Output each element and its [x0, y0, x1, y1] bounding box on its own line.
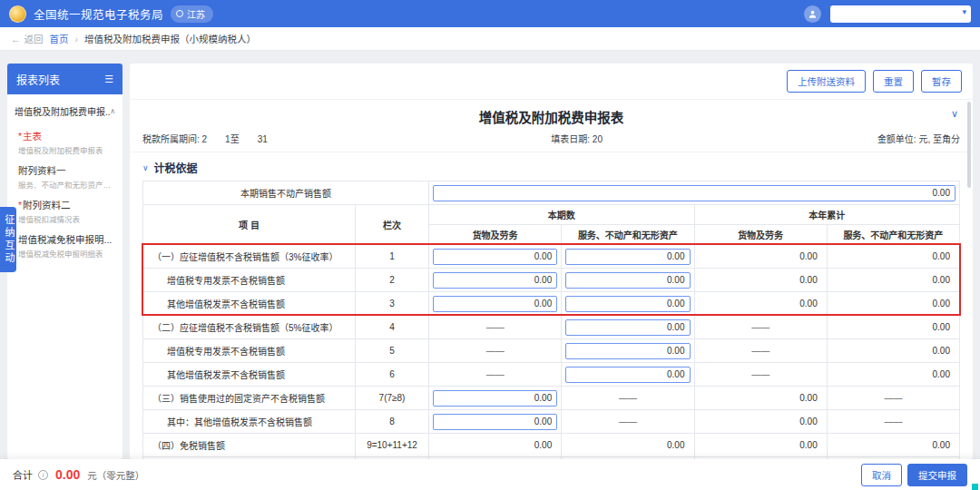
scrollbar-thumb[interactable] [967, 102, 971, 188]
report-list-sidebar: 报表列表 ☰ 增值税及附加税费申报... ∧ *主表增值税及附加税费申报表附列资… [7, 64, 122, 459]
amount-text: 0.00 [429, 434, 562, 457]
sidebar-item[interactable]: *附列资料二增值税扣减情况表 [7, 193, 122, 228]
back-link[interactable]: ← 返回 [11, 32, 44, 45]
amount-text: 0.00 [694, 387, 827, 410]
table-header-row-1: 项 目 栏次 本期数 本年累计 [143, 205, 960, 225]
section-tax-basis[interactable]: ∨ 计税依据 [130, 152, 973, 181]
amount-input[interactable] [565, 272, 690, 289]
required-asterisk: * [18, 200, 22, 211]
row-label: （四）免税销售额 [143, 434, 356, 457]
row-label: 其他增值税发票不含税销售额 [143, 292, 356, 316]
upload-attachments-button[interactable]: 上传附送资料 [787, 70, 866, 93]
user-avatar-icon[interactable] [804, 5, 821, 23]
amount-unit-label: 金额单位: 元, 至角分 [704, 132, 960, 145]
required-asterisk: * [18, 131, 22, 142]
footer-bar: 合计 i 0.00 元（零元整） 取消 提交申报 [0, 459, 980, 490]
not-applicable-cell: —— [827, 387, 959, 410]
header-services-property: 服务、不动产和无形资产 [827, 225, 959, 245]
tax-basis-table: 本期销售不动产销售额 项 目 栏次 本期数 本年累计 货物及劳务 服务、不动产和… [142, 181, 960, 459]
breadcrumb-home[interactable]: 首页 [50, 32, 69, 45]
amount-text: 0.00 [827, 292, 959, 316]
sidebar-item[interactable]: *主表增值税及附加税费申报表 [7, 124, 122, 159]
app-title: 全国统一规范电子税务局 [34, 5, 163, 23]
amount-text: 0.00 [827, 245, 959, 269]
not-applicable-cell: —— [694, 339, 827, 363]
amount-input[interactable] [565, 319, 690, 336]
reset-button[interactable]: 重置 [873, 70, 914, 93]
amount-text: 0.00 [562, 434, 694, 457]
location-icon [176, 10, 183, 17]
row-label: （一）应征增值税不含税销售额（3%征收率） [143, 245, 356, 269]
collapse-form-chevron-icon[interactable]: ∨ [951, 108, 958, 120]
not-applicable-cell: —— [429, 316, 562, 339]
interaction-tab[interactable]: 征纳互动 [0, 207, 16, 272]
amount-input[interactable] [565, 296, 690, 312]
header-item: 项 目 [143, 205, 356, 245]
amount-input[interactable] [565, 343, 690, 359]
row-col-no: 8 [356, 410, 429, 434]
info-icon[interactable]: i [38, 470, 48, 480]
amount-text: 0.00 [827, 316, 959, 339]
row-label: 其他增值税发票不含税销售额 [143, 363, 356, 387]
amount-input[interactable] [565, 367, 690, 383]
amount-input[interactable] [433, 414, 557, 430]
sidebar-item-sublabel: 增值税及附加税费申报表 [18, 144, 115, 155]
sidebar-item-label: 附列资料一 [18, 163, 115, 177]
row-col-no: 2 [356, 269, 429, 292]
form-toolbar: 上传附送资料 重置 暂存 [130, 64, 973, 100]
amount-input[interactable] [433, 296, 557, 312]
region-badge[interactable]: 江苏 [171, 5, 213, 23]
tax-period-label: 税款所属期间: 2 1至 31 [142, 132, 449, 145]
amount-text: 0.00 [694, 410, 827, 434]
header-account-input[interactable] [830, 5, 971, 23]
tax-bureau-logo-icon [9, 5, 26, 23]
row-label: 增值税专用发票不含税销售额 [143, 339, 356, 363]
header-goods-services: 货物及劳务 [694, 225, 827, 245]
property-sales-row: 本期销售不动产销售额 [143, 181, 960, 205]
sidebar-item-list: *主表增值税及附加税费申报表附列资料一服务、不动产和无形资产扣...*附列资料二… [7, 124, 122, 262]
amount-input[interactable] [565, 249, 690, 265]
property-sales-input[interactable] [433, 185, 956, 201]
save-draft-button[interactable]: 暂存 [921, 70, 962, 93]
chevron-up-icon: ∧ [110, 107, 115, 115]
header-year-to-date: 本年累计 [694, 205, 960, 225]
amount-text: 0.00 [694, 292, 827, 316]
fill-date-label: 填表日期: 20 [449, 132, 705, 145]
table-row: 增值税专用发票不含税销售额5————0.00 [143, 339, 960, 363]
row-col-no: 5 [356, 339, 429, 363]
form-title-row: 增值税及附加税费申报表 ∨ [130, 100, 973, 129]
sidebar-item-sublabel: 服务、不动产和无形资产扣... [18, 179, 115, 190]
row-col-no: 7(7≥8) [356, 387, 429, 410]
table-row: （一）应征增值税不含税销售额（3%征收率）10.000.00 [143, 245, 960, 269]
not-applicable-cell: —— [827, 410, 959, 434]
property-sales-label: 本期销售不动产销售额 [143, 181, 429, 205]
amount-input[interactable] [433, 249, 557, 265]
not-applicable-cell: —— [694, 363, 827, 387]
sidebar-item-label: *附列资料二 [18, 198, 115, 211]
amount-input[interactable] [433, 272, 557, 289]
sidebar-header: 报表列表 ☰ [7, 64, 122, 94]
row-col-no: 9=10+11+12 [356, 434, 429, 457]
form-meta-row: 税款所属期间: 2 1至 31 填表日期: 20 金额单位: 元, 至角分 [130, 129, 973, 152]
submit-declaration-button[interactable]: 提交申报 [907, 464, 967, 486]
sidebar-item[interactable]: 增值税减免税申报明...增值税减免税申报明细表 [7, 228, 122, 262]
row-label: （二）应征增值税不含税销售额（5%征收率） [143, 316, 356, 339]
sidebar-item-sublabel: 增值税减免税申报明细表 [18, 248, 115, 259]
cancel-button[interactable]: 取消 [861, 464, 902, 486]
sidebar-item-sublabel: 增值税扣减情况表 [18, 213, 115, 224]
collapse-list-icon[interactable]: ☰ [104, 74, 113, 85]
header-services-property: 服务、不动产和无形资产 [562, 225, 694, 245]
amount-text: 0.00 [694, 245, 827, 269]
sidebar-item-label: *主表 [18, 129, 115, 142]
sidebar-group-vat-declaration[interactable]: 增值税及附加税费申报... ∧ [7, 94, 122, 124]
amount-input[interactable] [433, 390, 557, 407]
row-col-no: 6 [356, 363, 429, 387]
chevron-down-icon[interactable]: ▾ [962, 7, 966, 16]
region-label: 江苏 [187, 7, 205, 21]
table-row: （三）销售使用过的固定资产不含税销售额7(7≥8)——0.00—— [143, 387, 960, 410]
sidebar-item[interactable]: 附列资料一服务、不动产和无形资产扣... [7, 159, 122, 193]
row-col-no: 4 [356, 316, 429, 339]
table-row: （二）应征增值税不含税销售额（5%征收率）4————0.00 [143, 316, 960, 339]
sidebar-group-label: 增值税及附加税费申报... [15, 104, 110, 118]
table-row: （四）免税销售额9=10+11+120.000.000.000.00 [143, 434, 960, 457]
